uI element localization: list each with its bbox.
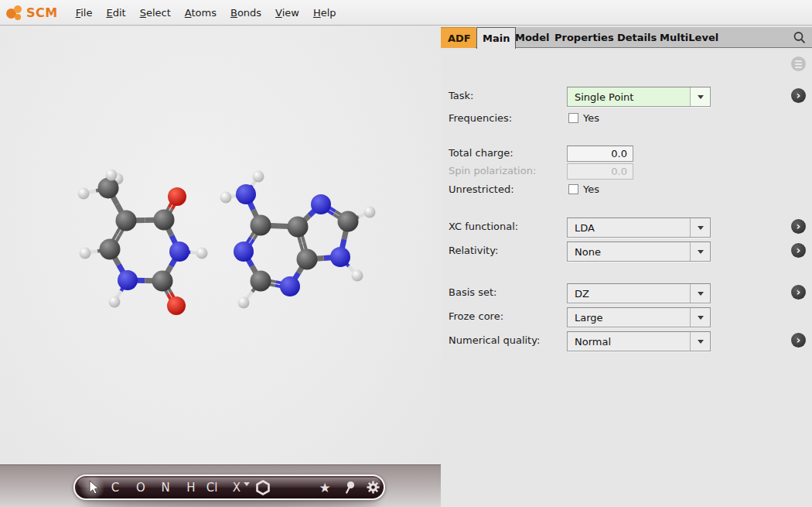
relativity-label: Relativity:: [449, 245, 498, 256]
frequencies-checkrow: Yes: [568, 112, 599, 124]
frequencies-checkbox[interactable]: [568, 113, 578, 123]
xc-functional-label: XC functional:: [449, 221, 518, 232]
atom-c[interactable]: [338, 211, 359, 232]
frozen-core-value: Large: [568, 312, 690, 324]
menu-help[interactable]: Help: [306, 2, 343, 23]
atom-c[interactable]: [288, 217, 309, 238]
basis-set-detail-button[interactable]: ›: [791, 285, 806, 300]
menu-edit[interactable]: Edit: [99, 2, 132, 23]
search-icon[interactable]: [792, 30, 807, 46]
atom-h[interactable]: [106, 170, 118, 181]
unrestricted-checkbox-label: Yes: [583, 183, 599, 195]
pointer-tool-icon[interactable]: [83, 476, 103, 498]
atom-n[interactable]: [280, 276, 300, 296]
scm-logo: SCM: [6, 4, 58, 21]
menu-bar: SCM File Edit Select Atoms Bonds View He…: [0, 0, 812, 26]
frozen-core-select[interactable]: Large: [567, 307, 711, 327]
atom-h[interactable]: [80, 248, 91, 259]
task-select[interactable]: Single Point: [567, 87, 711, 107]
tab-main[interactable]: Main: [476, 27, 516, 49]
element-dropdown-caret-icon[interactable]: [244, 482, 250, 486]
basis-set-select[interactable]: DZ: [567, 283, 711, 303]
menu-select[interactable]: Select: [133, 2, 178, 23]
xc-functional-detail-button[interactable]: ›: [791, 219, 806, 234]
scm-logo-icon: [6, 4, 25, 21]
atom-c[interactable]: [116, 211, 137, 231]
atom-c[interactable]: [251, 271, 271, 292]
element-button-o[interactable]: O: [131, 476, 151, 498]
star-icon[interactable]: ★: [315, 476, 335, 498]
atom-n[interactable]: [311, 194, 331, 214]
chevron-down-icon[interactable]: [690, 242, 710, 261]
atom-n[interactable]: [234, 242, 254, 262]
atom-h[interactable]: [78, 188, 90, 200]
menu-atoms[interactable]: Atoms: [178, 2, 223, 23]
adf-input-window: SCM File Edit Select Atoms Bonds View He…: [0, 0, 812, 507]
atom-c[interactable]: [251, 215, 271, 236]
atom-n[interactable]: [236, 184, 256, 204]
xc-functional-select[interactable]: LDA: [567, 218, 711, 238]
element-toolbar: C O N H Cl X ★: [73, 474, 385, 500]
menu-view[interactable]: View: [268, 2, 306, 23]
ring-structure-icon[interactable]: [253, 476, 273, 498]
element-button-cl[interactable]: Cl: [202, 476, 222, 498]
molecule-scene[interactable]: [0, 26, 441, 507]
task-detail-button[interactable]: ›: [791, 88, 806, 103]
atom-o[interactable]: [168, 187, 186, 206]
task-label: Task:: [449, 90, 473, 101]
gear-icon[interactable]: [363, 476, 383, 498]
element-button-n[interactable]: N: [155, 476, 176, 498]
frequencies-label: Frequencies:: [449, 112, 512, 124]
atom-h[interactable]: [352, 270, 363, 282]
basis-set-value: DZ: [568, 288, 690, 300]
menu-bonds[interactable]: Bonds: [223, 2, 268, 23]
chevron-down-icon[interactable]: [690, 332, 710, 351]
atom-n[interactable]: [118, 270, 138, 290]
atom-h[interactable]: [196, 248, 208, 259]
chevron-down-icon[interactable]: [690, 284, 710, 303]
atom-n[interactable]: [169, 242, 189, 262]
atom-h[interactable]: [364, 207, 376, 218]
adf-settings-panel: ADF Main Model Properties Details MultiL…: [441, 26, 812, 507]
atom-o[interactable]: [167, 296, 186, 315]
atom-n[interactable]: [330, 247, 350, 267]
atom-c[interactable]: [297, 249, 318, 270]
spin-polarization-label: Spin polarization:: [449, 165, 536, 176]
chevron-down-icon[interactable]: [690, 308, 710, 327]
unrestricted-label: Unrestricted:: [449, 183, 514, 195]
scm-logo-text: SCM: [26, 5, 58, 20]
tab-model[interactable]: Model: [510, 27, 554, 48]
panel-menu-icon[interactable]: [791, 57, 806, 71]
numerical-quality-select[interactable]: Normal: [567, 331, 711, 351]
element-button-c[interactable]: C: [105, 476, 125, 498]
task-select-value: Single Point: [568, 91, 690, 103]
frozen-core-label: Froze core:: [449, 310, 503, 322]
menu-file[interactable]: File: [69, 2, 100, 23]
element-button-x[interactable]: X: [227, 476, 247, 498]
atom-h[interactable]: [220, 192, 232, 204]
atom-h[interactable]: [109, 296, 121, 308]
chevron-down-icon[interactable]: [690, 87, 710, 106]
unrestricted-checkrow: Yes: [568, 183, 599, 195]
atom-c[interactable]: [98, 178, 119, 199]
tab-properties[interactable]: Properties: [549, 27, 619, 48]
atom-c[interactable]: [152, 271, 173, 292]
tab-multilevel[interactable]: MultiLevel: [654, 27, 724, 48]
total-charge-input[interactable]: 0.0: [567, 146, 633, 162]
molecule-viewport[interactable]: C O N H Cl X ★: [0, 26, 441, 507]
pin-icon[interactable]: [339, 476, 360, 498]
atom-c[interactable]: [154, 210, 175, 231]
numerical-quality-value: Normal: [568, 336, 690, 348]
element-button-h[interactable]: H: [181, 476, 201, 498]
chevron-down-icon[interactable]: [690, 218, 710, 237]
xc-functional-value: LDA: [568, 222, 690, 234]
basis-set-label: Basis set:: [449, 286, 496, 298]
total-charge-label: Total charge:: [449, 147, 513, 159]
atom-h[interactable]: [238, 297, 250, 309]
atom-h[interactable]: [253, 171, 264, 183]
relativity-detail-button[interactable]: ›: [791, 243, 806, 258]
atom-c[interactable]: [100, 239, 121, 260]
unrestricted-checkbox[interactable]: [568, 184, 578, 194]
numerical-quality-detail-button[interactable]: ›: [791, 333, 806, 348]
relativity-select[interactable]: None: [567, 242, 711, 262]
